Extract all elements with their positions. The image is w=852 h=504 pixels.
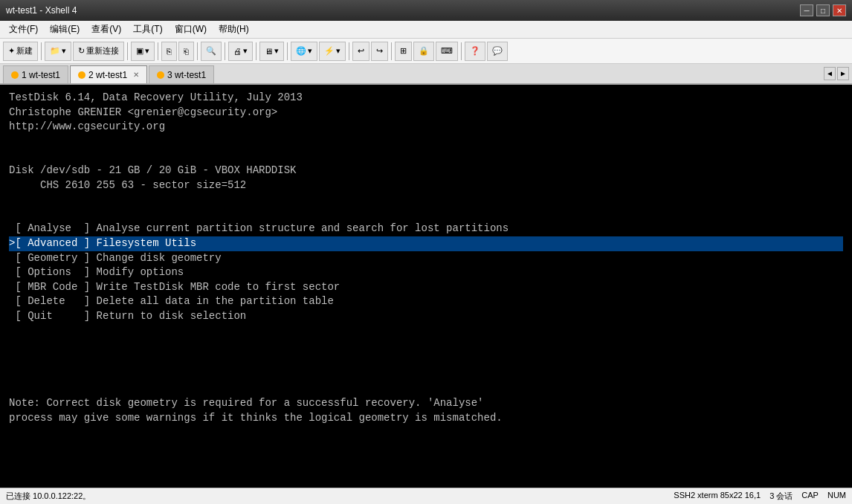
- tab-3[interactable]: 3 wt-test1: [149, 65, 214, 83]
- window-title: wt-test1 - Xshell 4: [6, 5, 77, 16]
- tab-scroll-left[interactable]: ◀: [824, 67, 836, 80]
- status-right: SSH2 xterm 85x22 16,1 3 会话 CAP NUM: [674, 491, 846, 502]
- icon-13: ⊞: [400, 46, 407, 56]
- tab-close-2[interactable]: ✕: [133, 71, 139, 79]
- tab-label-2: 2 wt-test1: [88, 70, 127, 80]
- icon-7: 🖨: [233, 47, 242, 56]
- toolbar-separator-3: [158, 42, 158, 60]
- toolbar-btn-5[interactable]: ⎗: [178, 42, 194, 61]
- toolbar-btn-11[interactable]: ↩: [352, 42, 369, 61]
- menu-bar: 文件(F) 编辑(E) 查看(V) 工具(T) 窗口(W) 帮助(H): [0, 21, 852, 39]
- term-line-empty-1: [9, 324, 843, 339]
- icon-11: ↩: [358, 46, 364, 56]
- icon-12: ↪: [376, 46, 383, 56]
- arrow-8: ▾: [274, 46, 279, 56]
- tab-1[interactable]: 1 wt-test1: [3, 65, 68, 83]
- toolbar-btn-12[interactable]: ↪: [371, 42, 388, 61]
- toolbar-separator-10: [461, 42, 462, 60]
- icon-17: 💬: [492, 46, 503, 56]
- toolbar-separator-8: [349, 42, 349, 60]
- close-button[interactable]: ✕: [833, 4, 846, 16]
- toolbar-separator-1: [41, 42, 42, 60]
- term-line-2: Christophe GRENIER <grenier@cgsecurity.o…: [9, 106, 843, 120]
- tab-label-3: 3 wt-test1: [167, 70, 206, 80]
- term-line-geometry: [ Geometry ] Change disk geometry: [9, 251, 843, 266]
- arrow-3: ▾: [145, 46, 149, 56]
- term-line-5: [9, 149, 843, 164]
- folder-icon: 📁: [50, 46, 60, 56]
- term-line-empty-2: [9, 338, 843, 353]
- term-line-note-1: Note: Correct disk geometry is required …: [9, 396, 843, 411]
- term-line-delete: [ Delete ] Delete all data in the partit…: [9, 294, 843, 309]
- menu-window[interactable]: 窗口(W): [169, 22, 213, 37]
- toolbar: ✦ 新建 📁▾ ↻ 重新连接 ▣▾ ⎘ ⎗ 🔍 🖨▾ 🖥▾ 🌐▾ ⚡▾ ↩ ↪ …: [0, 39, 852, 64]
- open-button[interactable]: 📁▾: [45, 42, 71, 61]
- new-label: 新建: [16, 45, 33, 56]
- toolbar-btn-3[interactable]: ▣▾: [131, 42, 155, 61]
- icon-6: 🔍: [206, 46, 216, 56]
- icon-15: ⌨: [441, 46, 453, 56]
- term-line-6: Disk /dev/sdb - 21 GB / 20 GiB - VBOX HA…: [9, 164, 843, 178]
- tab-scroll-right[interactable]: ▶: [837, 67, 849, 80]
- ssh-info: SSH2 xterm 85x22 16,1: [674, 491, 761, 502]
- tab-dot-1: [11, 71, 19, 79]
- toolbar-btn-17[interactable]: 💬: [487, 42, 508, 61]
- arrow-7: ▾: [243, 46, 248, 56]
- menu-tools[interactable]: 工具(T): [127, 22, 168, 37]
- toolbar-separator-9: [391, 42, 392, 60]
- term-line-advanced: >[ Advanced ] Filesystem Utils: [9, 236, 843, 251]
- toolbar-btn-4[interactable]: ⎘: [161, 42, 177, 61]
- toolbar-btn-15[interactable]: ⌨: [436, 42, 458, 61]
- icon-10: ⚡: [324, 46, 335, 56]
- toolbar-btn-14[interactable]: 🔒: [413, 42, 434, 61]
- term-line-quit: [ Quit ] Return to disk selection: [9, 309, 843, 324]
- menu-help[interactable]: 帮助(H): [213, 22, 255, 37]
- title-bar: wt-test1 - Xshell 4 ─ □ ✕: [0, 0, 852, 21]
- term-line-4: [9, 135, 843, 149]
- tab-dot-3: [157, 71, 164, 79]
- term-line-1: TestDisk 6.14, Data Recovery Utility, Ju…: [9, 91, 843, 106]
- new-button[interactable]: ✦ 新建: [3, 42, 38, 61]
- icon-4: ⎘: [167, 47, 172, 56]
- toolbar-separator-6: [256, 42, 256, 60]
- toolbar-btn-16[interactable]: ❓: [465, 42, 485, 61]
- terminal-area[interactable]: TestDisk 6.14, Data Recovery Utility, Ju…: [0, 85, 852, 488]
- toolbar-btn-13[interactable]: ⊞: [395, 42, 412, 61]
- term-line-analyse: [ Analyse ] Analyse current partition st…: [9, 222, 843, 236]
- arrow-9: ▾: [308, 46, 312, 56]
- toolbar-separator-5: [225, 42, 225, 60]
- cap-indicator: CAP: [801, 491, 819, 502]
- icon-5: ⎗: [184, 47, 189, 56]
- window-controls: ─ □ ✕: [800, 4, 846, 16]
- term-line-options: [ Options ] Modify options: [9, 265, 843, 280]
- minimize-button[interactable]: ─: [800, 4, 813, 16]
- menu-file[interactable]: 文件(F): [3, 22, 44, 37]
- tab-scroll-arrows: ◀ ▶: [824, 67, 849, 80]
- icon-14: 🔒: [419, 46, 429, 56]
- new-icon: ✦: [8, 46, 15, 56]
- menu-view[interactable]: 查看(V): [85, 22, 127, 37]
- toolbar-btn-8[interactable]: 🖥▾: [259, 42, 284, 61]
- term-line-note-2: process may give some warnings if it thi…: [9, 411, 843, 426]
- term-line-8: [9, 193, 843, 207]
- term-line-7: CHS 2610 255 63 - sector size=512: [9, 178, 843, 193]
- toolbar-btn-9[interactable]: 🌐▾: [291, 42, 317, 61]
- tab-2[interactable]: 2 wt-test1 ✕: [70, 65, 147, 83]
- dropdown-arrow-1: ▾: [62, 46, 66, 56]
- icon-9: 🌐: [296, 46, 306, 56]
- maximize-button[interactable]: □: [816, 4, 830, 16]
- toolbar-separator-7: [287, 42, 288, 60]
- toolbar-btn-10[interactable]: ⚡▾: [319, 42, 346, 61]
- num-indicator: NUM: [827, 491, 846, 502]
- term-line-mbr: [ MBR Code ] Write TestDisk MBR code to …: [9, 280, 843, 295]
- icon-8: 🖥: [265, 47, 273, 56]
- tab-label-1: 1 wt-test1: [22, 70, 60, 80]
- status-bar: 已连接 10.0.0.122:22。 SSH2 xterm 85x22 16,1…: [0, 488, 852, 504]
- toolbar-btn-7[interactable]: 🖨▾: [228, 42, 253, 61]
- toolbar-btn-6[interactable]: 🔍: [201, 42, 222, 61]
- connection-status: 已连接 10.0.0.122:22。: [6, 491, 91, 502]
- reconnect-button[interactable]: ↻ 重新连接: [73, 42, 124, 61]
- toolbar-separator-2: [127, 42, 128, 60]
- tab-dot-2: [78, 71, 85, 79]
- menu-edit[interactable]: 编辑(E): [44, 22, 85, 37]
